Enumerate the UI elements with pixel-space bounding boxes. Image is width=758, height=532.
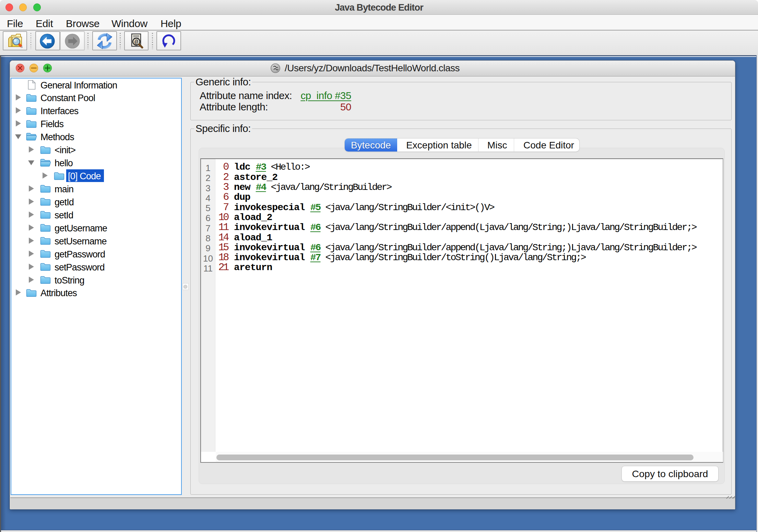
svg-text:@: @ — [134, 38, 139, 46]
